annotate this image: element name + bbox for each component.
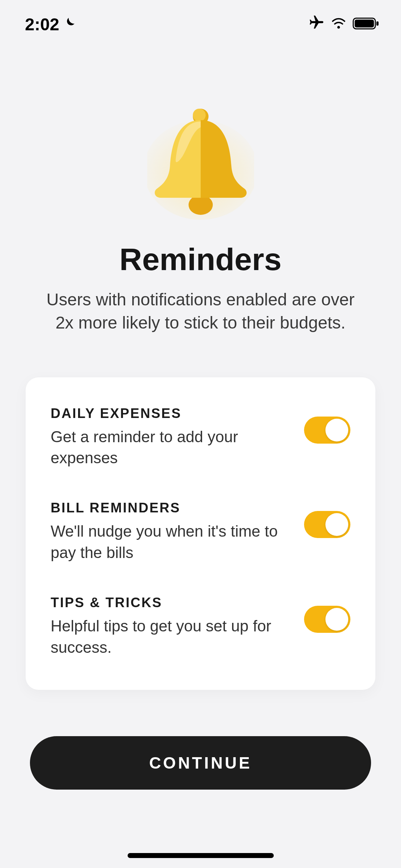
home-indicator[interactable]: [128, 853, 274, 858]
setting-desc: We'll nudge you when it's time to pay th…: [51, 521, 293, 563]
continue-button[interactable]: CONTINUE: [30, 736, 371, 790]
setting-text: DAILY EXPENSES Get a reminder to add you…: [51, 406, 293, 469]
settings-card: DAILY EXPENSES Get a reminder to add you…: [26, 377, 375, 690]
toggle-tips-tricks[interactable]: [304, 606, 350, 633]
page-title: Reminders: [119, 241, 282, 278]
setting-desc: Get a reminder to add your expenses: [51, 426, 293, 469]
setting-text: TIPS & TRICKS Helpful tips to get you se…: [51, 595, 293, 658]
status-left: 2:02: [25, 15, 76, 34]
setting-daily-expenses: DAILY EXPENSES Get a reminder to add you…: [51, 406, 350, 469]
wifi-icon: [330, 15, 347, 34]
continue-label: CONTINUE: [149, 753, 252, 773]
bell-icon: [144, 106, 258, 220]
setting-bill-reminders: BILL REMINDERS We'll nudge you when it's…: [51, 500, 350, 563]
toggle-bill-reminders[interactable]: [304, 511, 350, 538]
status-bar: 2:02: [0, 0, 401, 42]
svg-rect-2: [376, 21, 379, 26]
setting-desc: Helpful tips to get you set up for succe…: [51, 615, 293, 658]
svg-point-6: [193, 109, 206, 122]
page-subtitle: Users with notifications enabled are ove…: [29, 288, 372, 335]
setting-text: BILL REMINDERS We'll nudge you when it's…: [51, 500, 293, 563]
svg-point-4: [189, 195, 213, 215]
battery-icon: [353, 15, 380, 34]
hero: Reminders Users with notifications enabl…: [0, 42, 401, 335]
svg-rect-1: [355, 20, 374, 27]
airplane-icon: [308, 14, 325, 35]
moon-icon: [62, 15, 76, 34]
setting-title: DAILY EXPENSES: [51, 406, 293, 421]
setting-tips-tricks: TIPS & TRICKS Helpful tips to get you se…: [51, 595, 350, 658]
toggle-daily-expenses[interactable]: [304, 417, 350, 444]
setting-title: TIPS & TRICKS: [51, 595, 293, 610]
status-time: 2:02: [25, 15, 59, 34]
setting-title: BILL REMINDERS: [51, 500, 293, 516]
status-right: [308, 14, 380, 35]
